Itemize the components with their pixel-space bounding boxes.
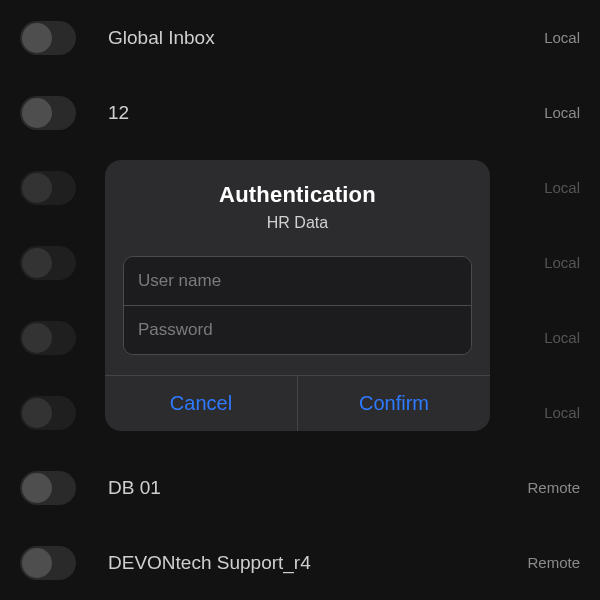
list-item-label: Global Inbox — [108, 27, 544, 49]
list-item-label: DEVONtech Support_r4 — [108, 552, 527, 574]
confirm-button[interactable]: Confirm — [298, 376, 490, 431]
toggle-knob-icon — [22, 23, 52, 53]
toggle-switch[interactable] — [20, 396, 76, 430]
list-item-meta: Local — [544, 104, 580, 121]
dialog-body — [105, 246, 490, 375]
toggle-switch[interactable] — [20, 171, 76, 205]
toggle-knob-icon — [22, 173, 52, 203]
username-field[interactable] — [124, 257, 471, 305]
list-item[interactable]: DB 01 Remote — [0, 450, 600, 525]
cancel-button[interactable]: Cancel — [105, 376, 297, 431]
list-item-meta: Local — [544, 179, 580, 196]
toggle-switch[interactable] — [20, 546, 76, 580]
toggle-switch[interactable] — [20, 321, 76, 355]
toggle-switch[interactable] — [20, 471, 76, 505]
toggle-knob-icon — [22, 248, 52, 278]
toggle-knob-icon — [22, 548, 52, 578]
authentication-dialog: Authentication HR Data Cancel Confirm — [105, 160, 490, 431]
toggle-knob-icon — [22, 473, 52, 503]
toggle-knob-icon — [22, 398, 52, 428]
list-item[interactable]: 12 Local — [0, 75, 600, 150]
toggle-knob-icon — [22, 98, 52, 128]
list-item-meta: Local — [544, 254, 580, 271]
toggle-knob-icon — [22, 323, 52, 353]
dialog-subtitle: HR Data — [125, 214, 470, 232]
list-item-meta: Local — [544, 329, 580, 346]
list-item-meta: Remote — [527, 479, 580, 496]
dialog-header: Authentication HR Data — [105, 160, 490, 246]
list-item-meta: Local — [544, 29, 580, 46]
list-item[interactable]: DEVONtech Support_r4 Remote — [0, 525, 600, 600]
list-item-label: 12 — [108, 102, 544, 124]
password-field[interactable] — [124, 306, 471, 354]
list-item-meta: Remote — [527, 554, 580, 571]
list-item-meta: Local — [544, 404, 580, 421]
dialog-actions: Cancel Confirm — [105, 375, 490, 431]
credential-fields — [123, 256, 472, 355]
dialog-title: Authentication — [125, 182, 470, 208]
list-item[interactable]: Global Inbox Local — [0, 0, 600, 75]
list-item-label: DB 01 — [108, 477, 527, 499]
toggle-switch[interactable] — [20, 96, 76, 130]
toggle-switch[interactable] — [20, 21, 76, 55]
toggle-switch[interactable] — [20, 246, 76, 280]
